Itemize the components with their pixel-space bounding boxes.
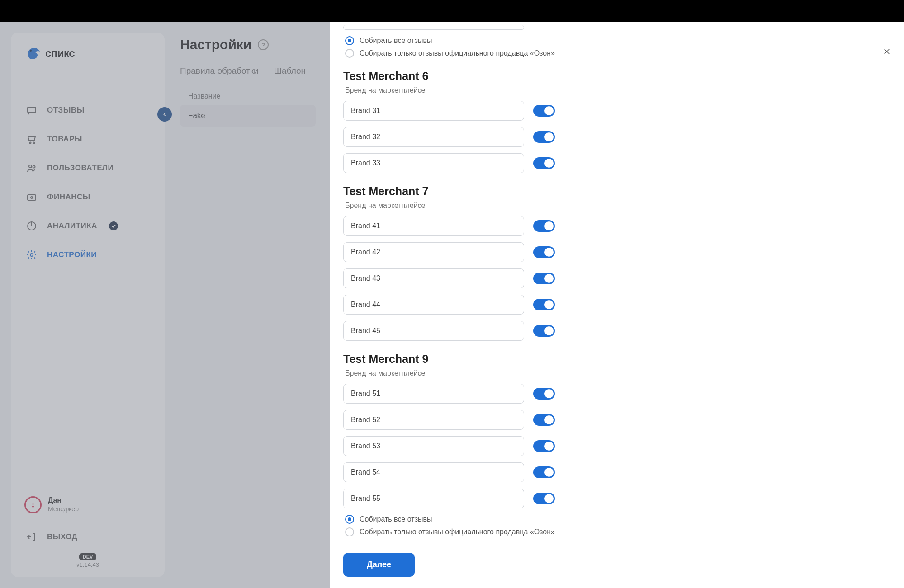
brand-row-truncated [343,25,890,30]
brand-input[interactable] [343,436,524,456]
brand-toggle[interactable] [533,440,555,452]
brand-toggle[interactable] [533,466,555,478]
side-panel: Собирать все отзывы Собирать только отзы… [330,22,904,588]
brand-input[interactable] [343,127,524,147]
merchant-title: Test Merchant 7 [343,185,890,198]
merchant-sub: Бренд на маркетплейсе [345,86,890,94]
brand-toggle[interactable] [533,388,555,400]
brand-toggle[interactable] [533,220,555,232]
brand-input[interactable] [343,216,524,236]
merchant-title: Test Merchant 9 [343,353,890,366]
radio-label-all: Собирать все отзывы [360,515,432,523]
brand-toggle[interactable] [533,493,555,504]
radio-label-all: Собирать все отзывы [360,37,432,45]
brand-toggle[interactable] [533,325,555,337]
brand-input[interactable] [343,101,524,121]
merchant-title: Test Merchant 6 [343,70,890,83]
radio-label-official: Собирать только отзывы официального прод… [360,49,555,57]
radio-collect-all[interactable] [345,515,354,524]
brand-toggle[interactable] [533,414,555,426]
merchant-sub: Бренд на маркетплейсе [345,202,890,210]
brand-input[interactable] [343,25,524,30]
brand-toggle[interactable] [533,131,555,143]
merchant-sub: Бренд на маркетплейсе [345,369,890,377]
window-titlebar [0,0,904,22]
radio-label-official: Собирать только отзывы официального прод… [360,528,555,536]
brand-toggle[interactable] [533,299,555,310]
radio-collect-official[interactable] [345,49,354,58]
brand-input[interactable] [343,153,524,173]
brand-input[interactable] [343,462,524,482]
brand-toggle[interactable] [533,105,555,117]
radio-collect-all[interactable] [345,36,354,45]
close-button[interactable] [880,45,893,58]
brand-input[interactable] [343,489,524,508]
radio-collect-official[interactable] [345,527,354,536]
brand-input[interactable] [343,410,524,430]
brand-toggle[interactable] [533,157,555,169]
brand-toggle[interactable] [533,273,555,284]
brand-input[interactable] [343,295,524,315]
brand-input[interactable] [343,268,524,288]
brand-input[interactable] [343,242,524,262]
brand-input[interactable] [343,321,524,341]
brand-toggle[interactable] [533,246,555,258]
brand-input[interactable] [343,384,524,404]
next-button[interactable]: Далее [343,553,415,577]
